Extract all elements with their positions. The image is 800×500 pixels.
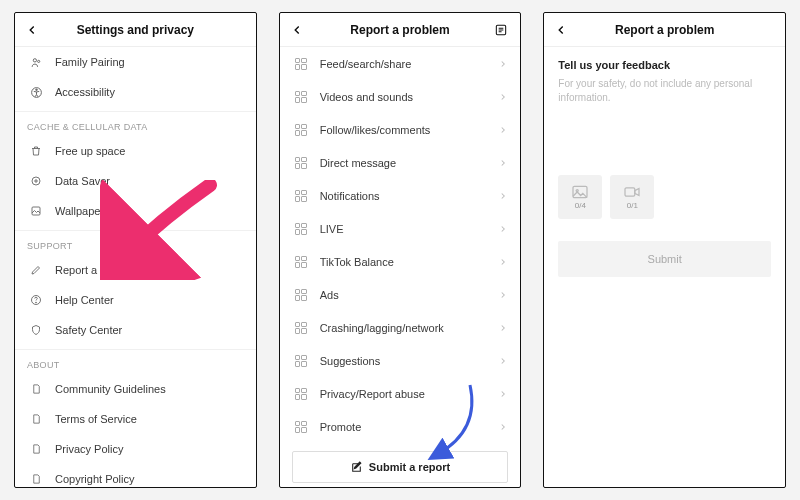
attach-video-count: 0/1: [627, 201, 638, 210]
datasaver-icon: [27, 175, 45, 187]
row-terms-of-service[interactable]: Terms of Service: [15, 404, 256, 434]
row-label: Privacy Policy: [55, 443, 123, 455]
category-row[interactable]: Follow/likes/comments: [280, 113, 521, 146]
chevron-right-icon: [498, 389, 508, 399]
category-row[interactable]: Privacy/Report abuse: [280, 377, 521, 410]
category-row[interactable]: TikTok Balance: [280, 245, 521, 278]
category-label: Notifications: [320, 190, 380, 202]
row-privacy-policy[interactable]: Privacy Policy: [15, 434, 256, 464]
grid-icon: [292, 289, 310, 301]
doc-icon: [27, 473, 45, 485]
category-label: Videos and sounds: [320, 91, 413, 103]
category-label: Suggestions: [320, 355, 381, 367]
grid-icon: [292, 190, 310, 202]
category-row[interactable]: Promote: [280, 410, 521, 443]
submit-report-button[interactable]: Submit a report: [292, 451, 509, 483]
category-row[interactable]: Direct message: [280, 146, 521, 179]
row-family-pairing[interactable]: Family Pairing: [15, 47, 256, 77]
submit-report-label: Submit a report: [369, 461, 450, 473]
back-button[interactable]: [546, 13, 576, 47]
svg-point-3: [35, 88, 37, 90]
section-cache: CACHE & CELLULAR DATA: [15, 111, 256, 136]
attach-image-button[interactable]: 0/4: [558, 175, 602, 219]
category-row[interactable]: Videos and sounds: [280, 80, 521, 113]
row-label: Data Saver: [55, 175, 110, 187]
doc-icon: [27, 413, 45, 425]
grid-icon: [292, 355, 310, 367]
row-label: Free up space: [55, 145, 125, 157]
row-data-saver[interactable]: Data Saver: [15, 166, 256, 196]
chevron-right-icon: [498, 290, 508, 300]
doc-icon: [27, 383, 45, 395]
chevron-right-icon: [498, 323, 508, 333]
chevron-left-icon: [25, 23, 39, 37]
back-button[interactable]: [17, 13, 47, 47]
grid-icon: [292, 256, 310, 268]
category-label: Follow/likes/comments: [320, 124, 431, 136]
image-icon: [571, 185, 589, 199]
grid-icon: [292, 91, 310, 103]
row-label: Terms of Service: [55, 413, 137, 425]
row-copyright-policy[interactable]: Copyright Policy: [15, 464, 256, 488]
page-title: Report a problem: [350, 23, 449, 37]
list-icon: [494, 23, 508, 37]
category-row[interactable]: Ads: [280, 278, 521, 311]
feedback-textarea[interactable]: For your safety, do not include any pers…: [544, 77, 785, 105]
submit-label: Submit: [648, 253, 682, 265]
category-row[interactable]: Suggestions: [280, 344, 521, 377]
category-label: Crashing/lagging/network: [320, 322, 444, 334]
attach-image-count: 0/4: [575, 201, 586, 210]
chevron-right-icon: [498, 356, 508, 366]
row-label: Safety Center: [55, 324, 122, 336]
section-about: ABOUT: [15, 349, 256, 374]
attach-video-button[interactable]: 0/1: [610, 175, 654, 219]
grid-icon: [292, 157, 310, 169]
chevron-right-icon: [498, 422, 508, 432]
category-row[interactable]: Crashing/lagging/network: [280, 311, 521, 344]
help-icon: [27, 294, 45, 306]
chevron-right-icon: [498, 59, 508, 69]
settings-screen: Settings and privacy Family Pairing Acce…: [14, 12, 257, 488]
chevron-right-icon: [498, 92, 508, 102]
row-wallpaper[interactable]: Wallpaper: [15, 196, 256, 226]
category-row[interactable]: Notifications: [280, 179, 521, 212]
chevron-right-icon: [498, 224, 508, 234]
compose-icon: [350, 461, 363, 474]
shield-icon: [27, 324, 45, 336]
category-label: Feed/search/share: [320, 58, 412, 70]
section-support: SUPPORT: [15, 230, 256, 255]
grid-icon: [292, 322, 310, 334]
row-report-a-problem[interactable]: Report a Problem: [15, 255, 256, 285]
row-help-center[interactable]: Help Center: [15, 285, 256, 315]
trash-icon: [27, 145, 45, 157]
wallpaper-icon: [27, 205, 45, 217]
svg-point-0: [33, 58, 36, 61]
svg-point-1: [37, 60, 39, 62]
svg-rect-11: [625, 187, 635, 195]
header: Settings and privacy: [15, 13, 256, 47]
feedback-form-screen: Report a problem Tell us your feedback F…: [543, 12, 786, 488]
submit-button[interactable]: Submit: [558, 241, 771, 277]
row-accessibility[interactable]: Accessibility: [15, 77, 256, 107]
history-button[interactable]: [486, 13, 516, 47]
back-button[interactable]: [282, 13, 312, 47]
page-title: Report a problem: [615, 23, 714, 37]
row-free-up-space[interactable]: Free up space: [15, 136, 256, 166]
video-icon: [623, 185, 641, 199]
row-community-guidelines[interactable]: Community Guidelines: [15, 374, 256, 404]
row-label: Accessibility: [55, 86, 115, 98]
family-icon: [27, 56, 45, 69]
category-label: LIVE: [320, 223, 344, 235]
category-label: Promote: [320, 421, 362, 433]
category-row[interactable]: Feed/search/share: [280, 47, 521, 80]
row-label: Report a Problem: [55, 264, 141, 276]
grid-icon: [292, 124, 310, 136]
grid-icon: [292, 223, 310, 235]
accessibility-icon: [27, 86, 45, 99]
pencil-icon: [27, 264, 45, 276]
grid-icon: [292, 58, 310, 70]
chevron-right-icon: [498, 158, 508, 168]
grid-icon: [292, 421, 310, 433]
row-safety-center[interactable]: Safety Center: [15, 315, 256, 345]
category-row[interactable]: LIVE: [280, 212, 521, 245]
